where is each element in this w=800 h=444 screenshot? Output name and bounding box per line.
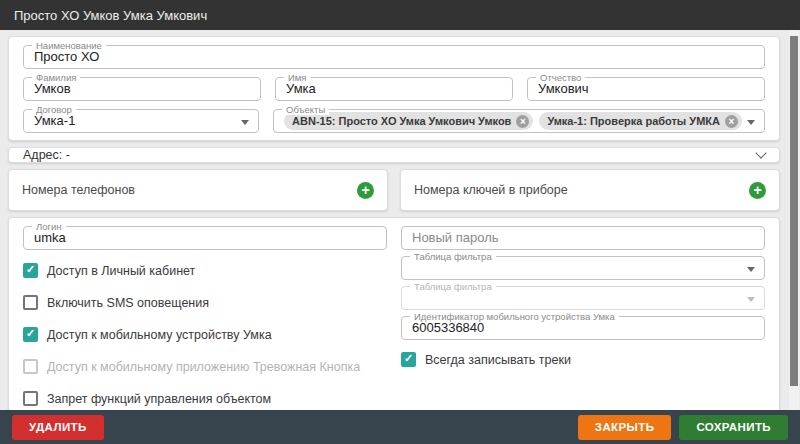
- address-expansion-panel[interactable]: Адрес: -: [8, 147, 780, 163]
- identity-card: Наименование Фамилия Имя Отчество: [8, 36, 780, 141]
- checkbox-row-personal-cabinet[interactable]: Доступ в Личный кабинет: [23, 263, 387, 278]
- login-field: Логин: [23, 226, 387, 250]
- chip-remove-icon[interactable]: [516, 115, 529, 128]
- checkbox-label: Включить SMS оповещения: [47, 296, 209, 310]
- checkbox-label: Доступ в Личный кабинет: [47, 264, 195, 278]
- phones-card-label: Номера телефонов: [22, 183, 135, 197]
- add-device-key-button[interactable]: [749, 182, 766, 199]
- dropdown-arrow-icon[interactable]: [241, 120, 249, 125]
- checkbox-row-mobile-device-access[interactable]: Доступ к мобильному устройству Умка: [23, 327, 387, 342]
- object-chip-label: Умка-1: Проверка работы УМКА: [547, 110, 720, 132]
- name-input[interactable]: [24, 46, 764, 68]
- lastname-field-label: Фамилия: [32, 72, 80, 83]
- dropdown-arrow-icon: [747, 297, 755, 302]
- edit-dialog: Просто ХО Умков Умка Умкович Наименовани…: [0, 0, 800, 444]
- dialog-footer: УДАЛИТЬ ЗАКРЫТЬ СОХРАНИТЬ: [0, 410, 800, 444]
- dropdown-arrow-icon[interactable]: [747, 120, 755, 125]
- scrollbar[interactable]: [789, 30, 799, 410]
- contract-select-label: Договор: [32, 104, 76, 115]
- middlename-field-label: Отчество: [536, 72, 585, 83]
- login-field-label: Логин: [32, 221, 66, 232]
- chevron-down-icon[interactable]: [755, 147, 766, 158]
- firstname-input[interactable]: [276, 78, 512, 100]
- name-field: Наименование: [23, 45, 765, 69]
- new-password-field: [401, 226, 765, 250]
- login-input[interactable]: [24, 227, 386, 249]
- device-keys-card: Номера ключей в приборе: [400, 169, 780, 211]
- checkbox-row-control-ban[interactable]: Запрет функций управления объектом: [23, 391, 387, 406]
- filter-table-2-label: Таблица фильтра: [410, 281, 496, 292]
- checkbox-row-sms-alerts[interactable]: Включить SMS оповещения: [23, 295, 387, 310]
- filter-table-select-1[interactable]: Таблица фильтра: [401, 256, 765, 280]
- delete-button[interactable]: УДАЛИТЬ: [12, 415, 104, 440]
- device-id-field-label: Идентификатор мобильного устройства Умка: [410, 311, 619, 322]
- checkbox-label: Всегда записывать треки: [425, 353, 571, 367]
- checkbox-row-record-tracks[interactable]: Всегда записывать треки: [401, 352, 765, 367]
- person-name-row: Фамилия Имя Отчество: [23, 77, 765, 101]
- phones-card: Номера телефонов: [8, 169, 388, 211]
- objects-chip-list: ABN-15: Просто ХО Умка Умкович Умков Умк…: [274, 110, 764, 132]
- checkbox-label: Доступ к мобильному приложению Тревожная…: [47, 360, 360, 374]
- middlename-field: Отчество: [527, 77, 765, 101]
- name-field-label: Наименование: [32, 40, 106, 51]
- account-settings-card: Логин Доступ в Личный кабинет Включить S…: [8, 217, 780, 410]
- dialog-title: Просто ХО Умков Умка Умкович: [14, 8, 207, 23]
- chip-remove-icon[interactable]: [725, 115, 738, 128]
- contract-select[interactable]: Договор Умка-1: [23, 109, 259, 133]
- record-tracks-checkbox[interactable]: [401, 352, 416, 367]
- filter-table-1-label: Таблица фильтра: [410, 251, 496, 262]
- checkbox-label: Запрет функций управления объектом: [47, 392, 271, 406]
- device-id-field: Идентификатор мобильного устройства Умка: [401, 316, 765, 340]
- lastname-field: Фамилия: [23, 77, 261, 101]
- sms-alerts-checkbox[interactable]: [23, 295, 38, 310]
- mobile-device-access-checkbox[interactable]: [23, 327, 38, 342]
- new-password-input[interactable]: [402, 227, 764, 249]
- settings-right-column: Таблица фильтра Таблица фильтра Идентифи…: [401, 226, 765, 406]
- contract-objects-row: Договор Умка-1 Объекты ABN-15: Просто ХО…: [23, 109, 765, 133]
- objects-select-label: Объекты: [282, 104, 329, 115]
- dialog-content: Наименование Фамилия Имя Отчество: [0, 30, 800, 410]
- device-keys-card-label: Номера ключей в приборе: [414, 183, 568, 197]
- personal-cabinet-checkbox[interactable]: [23, 263, 38, 278]
- dropdown-arrow-icon[interactable]: [747, 267, 755, 272]
- close-button[interactable]: ЗАКРЫТЬ: [578, 415, 672, 440]
- checkbox-row-panic-button-app: Доступ к мобильному приложению Тревожная…: [23, 359, 387, 374]
- scrollbar-thumb[interactable]: [790, 36, 798, 386]
- objects-multiselect[interactable]: Объекты ABN-15: Просто ХО Умка Умкович У…: [273, 109, 765, 133]
- firstname-field-label: Имя: [284, 72, 311, 83]
- firstname-field: Имя: [275, 77, 513, 101]
- checkbox-label: Доступ к мобильному устройству Умка: [47, 328, 272, 342]
- settings-left-column: Логин Доступ в Личный кабинет Включить S…: [23, 226, 387, 406]
- panic-button-app-checkbox: [23, 359, 38, 374]
- dialog-title-bar: Просто ХО Умков Умка Умкович: [0, 0, 800, 30]
- add-phone-button[interactable]: [357, 182, 374, 199]
- phones-keys-row: Номера телефонов Номера ключей в приборе: [8, 169, 780, 211]
- save-button[interactable]: СОХРАНИТЬ: [679, 415, 788, 440]
- control-ban-checkbox[interactable]: [23, 391, 38, 406]
- filter-table-select-2: Таблица фильтра: [401, 286, 765, 310]
- object-chip[interactable]: Умка-1: Проверка работы УМКА: [539, 112, 742, 130]
- address-panel-label: Адрес: -: [23, 148, 70, 162]
